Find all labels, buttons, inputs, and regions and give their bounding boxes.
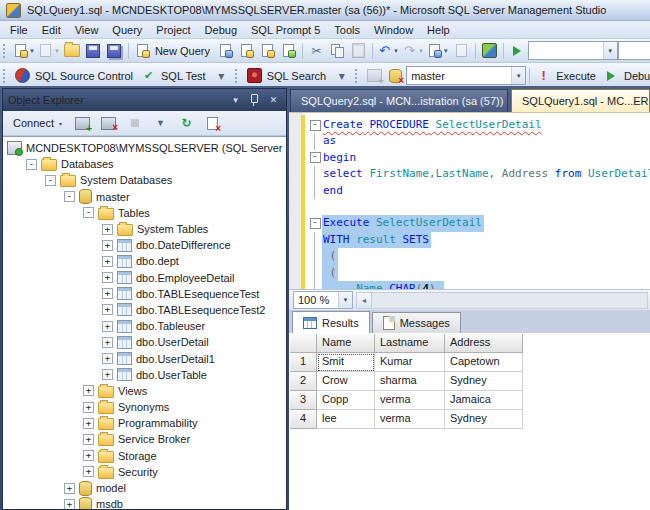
tree-item-system-tables[interactable]: +System Tables: [3, 221, 286, 237]
tree-item-dbo-usertable[interactable]: +dbo.UserTable: [3, 367, 286, 383]
toolbar-overflow-icon[interactable]: ▾: [211, 66, 232, 85]
open-file-icon[interactable]: [62, 41, 83, 60]
tree-expander[interactable]: +: [83, 418, 94, 429]
grid-cell[interactable]: Kumar: [375, 353, 445, 372]
row-number[interactable]: 1: [290, 353, 317, 372]
available-databases-icon[interactable]: [385, 66, 406, 85]
grid-cell[interactable]: sharma: [375, 372, 445, 391]
tree-item-msdb[interactable]: +msdb: [3, 496, 286, 509]
document-tab-2[interactable]: SQLQuery1.sql - MC...ER.ma: [511, 89, 650, 112]
grid-cell[interactable]: Smit: [317, 353, 375, 372]
tree-item-dbo-datedifference[interactable]: +dbo.DateDifference: [3, 237, 286, 253]
chevron-down-icon[interactable]: ▼: [338, 292, 352, 308]
code-line-6[interactable]: [307, 199, 650, 215]
close-icon[interactable]: ✕: [266, 93, 281, 107]
tree-expander[interactable]: +: [83, 466, 94, 477]
sql-search-icon[interactable]: [244, 66, 265, 85]
tree-expander[interactable]: +: [102, 321, 113, 332]
toolbar-grip[interactable]: [3, 69, 8, 83]
menu-project[interactable]: Project: [149, 23, 197, 37]
grid-cell[interactable]: verma: [375, 410, 445, 429]
column-header-address[interactable]: Address: [445, 334, 523, 353]
tree-item-dbo-tablesequencetest[interactable]: +dbo.TABLEsequenceTest: [3, 286, 286, 302]
tree-expander[interactable]: +: [102, 353, 113, 364]
code-line-8[interactable]: WITH result SETS: [307, 232, 650, 248]
row-number[interactable]: 2: [290, 372, 317, 391]
sql-test-label[interactable]: SQL Test: [161, 70, 206, 82]
toolbar-grip[interactable]: [3, 44, 8, 58]
collapse-box-icon[interactable]: -: [310, 152, 321, 163]
chevron-down-icon[interactable]: ▼: [603, 42, 617, 59]
grid-cell[interactable]: Crow: [317, 372, 375, 391]
menu-help[interactable]: Help: [420, 23, 457, 37]
grid-cell[interactable]: verma: [375, 391, 445, 410]
connect-server-icon[interactable]: [72, 114, 93, 133]
tree-expander[interactable]: +: [102, 240, 113, 251]
chevron-down-icon[interactable]: ▼: [511, 67, 525, 84]
toolbar-grip[interactable]: [235, 69, 240, 83]
tree-expander[interactable]: +: [102, 288, 113, 299]
processor-combo[interactable]: ▼: [528, 41, 618, 60]
disconnect-server-icon[interactable]: [98, 114, 119, 133]
menu-tools[interactable]: Tools: [327, 23, 367, 37]
tree-expander[interactable]: +: [102, 224, 113, 235]
tree-expander[interactable]: +: [102, 369, 113, 380]
tree-item-dbo-tableuser[interactable]: +dbo.Tableuser: [3, 318, 286, 334]
tree-expander[interactable]: -: [45, 175, 56, 186]
code-line-4[interactable]: select FirstName,LastName, Address from …: [307, 166, 650, 182]
tree-expander[interactable]: +: [83, 434, 94, 445]
chevron-down-icon[interactable]: ▼: [29, 48, 35, 54]
tree-item-model[interactable]: +model: [3, 480, 286, 496]
tree-expander[interactable]: -: [83, 207, 94, 218]
script-icon[interactable]: [202, 114, 223, 133]
tree-expander[interactable]: +: [102, 337, 113, 348]
tree-item-programmability[interactable]: +Programmability: [3, 415, 286, 431]
sql-test-icon[interactable]: ✔: [138, 66, 159, 85]
execute-label[interactable]: Execute: [556, 70, 596, 82]
chevron-down-icon[interactable]: ▼: [443, 48, 449, 54]
code-line-10[interactable]: (: [307, 265, 650, 281]
code-area[interactable]: -Create PROCEDURE SelectUserDetailas-beg…: [307, 117, 650, 289]
scroll-left-icon[interactable]: ◂: [357, 293, 372, 308]
menu-debug[interactable]: Debug: [198, 23, 244, 37]
tree-item-security[interactable]: +Security: [3, 464, 286, 480]
tree-item-mcndesktop08-mymssqlserver-sql-server-11-0-2[interactable]: MCNDESKTOP08\MYMSSQLSERVER (SQL Server 1…: [3, 140, 286, 156]
grid-cell[interactable]: Capetown: [445, 353, 523, 372]
tree-expander[interactable]: -: [26, 159, 37, 170]
collapse-box-icon[interactable]: -: [310, 120, 321, 131]
sql-search-label[interactable]: SQL Search: [267, 70, 327, 82]
code-line-5[interactable]: end: [307, 183, 650, 199]
code-line-1[interactable]: -Create PROCEDURE SelectUserDetail: [307, 117, 650, 133]
tree-expander[interactable]: +: [83, 402, 94, 413]
pin-icon[interactable]: [247, 93, 262, 107]
menu-query[interactable]: Query: [105, 23, 149, 37]
new-query-label[interactable]: New Query: [155, 45, 210, 57]
tree-item-dbo-tablesequencetest2[interactable]: +dbo.TABLEsequenceTest2: [3, 302, 286, 318]
tree-item-views[interactable]: +Views: [3, 383, 286, 399]
tree-expander[interactable]: +: [64, 483, 75, 494]
tree-item-synonyms[interactable]: +Synonyms: [3, 399, 286, 415]
menu-edit[interactable]: Edit: [35, 23, 68, 37]
row-number[interactable]: 3: [290, 391, 317, 410]
tree-expander[interactable]: +: [83, 385, 94, 396]
column-header-lastname[interactable]: Lastname: [375, 334, 445, 353]
start-debugging-icon[interactable]: [507, 41, 528, 60]
tree-expander[interactable]: +: [102, 272, 113, 283]
save-icon[interactable]: [83, 41, 104, 60]
grid-cell[interactable]: lee: [317, 410, 375, 429]
tree-expander[interactable]: +: [64, 499, 75, 509]
menu-file[interactable]: File: [3, 23, 35, 37]
cut-icon[interactable]: ✂: [306, 41, 327, 60]
tree-item-service-broker[interactable]: +Service Broker: [3, 431, 286, 447]
analysis-dmx-query-icon[interactable]: [257, 41, 278, 60]
code-line-3[interactable]: -begin: [307, 150, 650, 166]
undo-icon[interactable]: ↶▼: [376, 41, 401, 60]
grid-cell[interactable]: Sydney: [445, 372, 523, 391]
grid-cell[interactable]: Copp: [317, 391, 375, 410]
sql-source-control-label[interactable]: SQL Source Control: [35, 70, 133, 82]
tree-item-tables[interactable]: -Tables: [3, 205, 286, 221]
tree-item-dbo-employeedetail[interactable]: +dbo.EmployeeDetail: [3, 270, 286, 286]
code-line-11[interactable]: Name CHAR(4),: [307, 281, 650, 289]
grid-cell[interactable]: Jamaica: [445, 391, 523, 410]
tree-expander[interactable]: -: [64, 191, 75, 202]
